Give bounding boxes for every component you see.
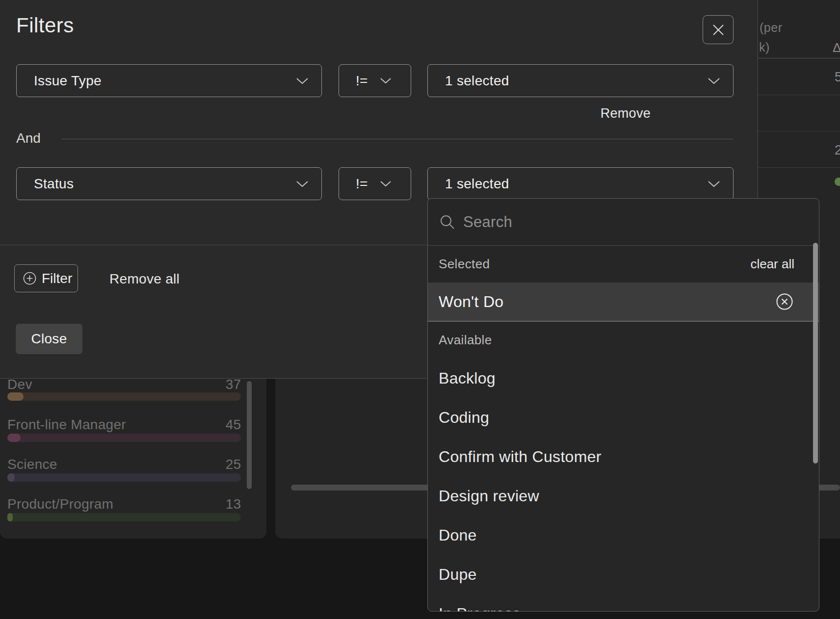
chart-value: 45 xyxy=(226,417,241,433)
chart-category-label: Science xyxy=(7,457,57,472)
selected-header-label: Selected xyxy=(439,257,490,272)
option-confirm-with-customer[interactable]: Confirm with Customer xyxy=(428,437,819,476)
plus-circle-icon xyxy=(23,272,36,285)
available-header-label: Available xyxy=(439,333,492,348)
chart-category-label: Product/Program xyxy=(7,496,113,512)
value-select[interactable]: 1 selected xyxy=(427,64,734,97)
chevron-down-icon xyxy=(708,181,720,187)
status-select-dropdown: Selected clear all Won't Do Available Ba… xyxy=(427,198,819,612)
dropdown-scrollbar[interactable] xyxy=(813,243,818,464)
close-modal-button[interactable]: Close xyxy=(16,324,82,354)
field-select-label: Issue Type xyxy=(34,73,296,89)
selected-option-wont-do[interactable]: Won't Do xyxy=(428,283,819,322)
search-icon xyxy=(440,214,455,230)
bar-track xyxy=(7,513,241,521)
conjunction-label: And xyxy=(16,130,41,146)
value-select-open[interactable]: 1 selected xyxy=(427,167,734,200)
operator-select[interactable]: != xyxy=(339,167,411,200)
chevron-down-icon xyxy=(708,77,720,84)
field-select-status[interactable]: Status xyxy=(16,167,322,200)
operator-label: != xyxy=(356,73,368,89)
value-select-label: 1 selected xyxy=(445,176,708,192)
option-backlog[interactable]: Backlog xyxy=(428,359,819,398)
bar-fill xyxy=(7,513,13,521)
option-label: Backlog xyxy=(439,369,496,387)
operator-select[interactable]: != xyxy=(339,64,411,97)
delta-column-header: Δ xyxy=(833,40,840,55)
selected-section-header: Selected clear all xyxy=(428,246,819,283)
chevron-down-icon xyxy=(380,77,392,84)
table-partial-value: 2 xyxy=(835,143,840,158)
option-done[interactable]: Done xyxy=(428,516,819,555)
table-header-text: (per xyxy=(760,21,782,35)
option-dupe[interactable]: Dupe xyxy=(428,555,819,594)
option-coding[interactable]: Coding xyxy=(428,398,819,437)
bar-fill xyxy=(7,434,21,442)
operator-label: != xyxy=(356,176,368,192)
chevron-down-icon xyxy=(380,181,392,187)
chart-value: 13 xyxy=(226,496,241,512)
deselect-x-circle-icon[interactable] xyxy=(776,293,793,310)
modal-title: Filters xyxy=(16,14,74,37)
chart-value: 37 xyxy=(226,377,241,392)
add-filter-button[interactable]: Filter xyxy=(14,264,78,292)
close-button-label: Close xyxy=(31,331,67,347)
remove-filter-link[interactable]: Remove xyxy=(601,106,651,121)
conjunction-divider xyxy=(62,139,733,139)
dropdown-search-row xyxy=(428,199,819,246)
table-partial-value: 5 xyxy=(835,70,840,85)
chevron-down-icon xyxy=(296,77,309,84)
selected-option-label: Won't Do xyxy=(439,293,503,311)
bar-track xyxy=(7,473,241,482)
field-select-issue-type[interactable]: Issue Type xyxy=(16,64,322,97)
bar-fill xyxy=(7,473,15,482)
option-in-progress[interactable]: In Progress xyxy=(428,594,819,612)
option-label: Done xyxy=(439,526,477,544)
option-label: In Progress xyxy=(439,605,521,612)
value-select-label: 1 selected xyxy=(445,73,708,89)
remove-all-link[interactable]: Remove all xyxy=(109,271,180,287)
close-icon xyxy=(712,24,725,36)
field-select-label: Status xyxy=(34,176,296,192)
bar-track xyxy=(7,434,241,442)
positive-delta-indicator xyxy=(835,178,840,186)
option-label: Confirm with Customer xyxy=(439,448,602,466)
table-header-text: k) xyxy=(759,40,770,54)
chart-panel-scrollbar[interactable] xyxy=(247,381,252,489)
clear-all-link[interactable]: clear all xyxy=(750,257,808,272)
chart-category-label: Front-line Manager xyxy=(7,417,126,433)
add-filter-label: Filter xyxy=(42,271,72,286)
option-label: Design review xyxy=(439,487,539,505)
chart-category-label: Dev xyxy=(7,377,32,392)
bar-track xyxy=(7,392,241,401)
option-design-review[interactable]: Design review xyxy=(428,476,819,516)
modal-close-button[interactable] xyxy=(703,15,734,44)
search-input[interactable] xyxy=(463,213,807,231)
chart-value: 25 xyxy=(226,457,241,472)
bar-fill xyxy=(7,392,24,401)
chevron-down-icon xyxy=(296,181,309,187)
option-label: Coding xyxy=(439,409,489,427)
option-label: Dupe xyxy=(439,566,477,584)
app-root: { "modal": { "title": "Filters", "conjun… xyxy=(0,0,840,619)
available-section-header: Available xyxy=(428,322,819,359)
